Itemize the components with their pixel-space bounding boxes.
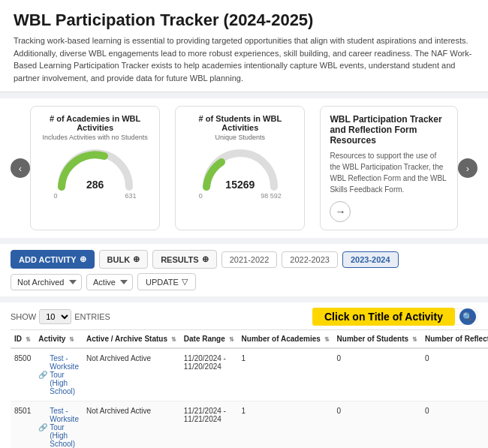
- table-section: SHOW 10 ENTRIES Click on Title of Activi…: [0, 302, 488, 448]
- search-icon: 🔍: [462, 312, 473, 322]
- sort-icon-academies: ⇅: [324, 336, 330, 343]
- col-activity: Activity ⇅: [35, 330, 83, 349]
- show-label: SHOW: [11, 312, 36, 321]
- students-card-subtitle: Unique Students: [215, 134, 266, 141]
- row2-activity-label: Test - Worksite Tour (High School): [50, 407, 79, 448]
- students-gauge-min: 0: [199, 192, 203, 200]
- carousel-next-button[interactable]: ›: [458, 158, 477, 178]
- row1-activity: 🔗 Test - Worksite Tour (High School): [35, 348, 83, 401]
- add-activity-button[interactable]: ADD ACTIVITY ⊕: [11, 250, 95, 269]
- update-label: UPDATE: [146, 278, 179, 287]
- table-header-row: ID ⇅ Activity ⇅ Active / Archive Status …: [11, 330, 488, 349]
- table-controls: SHOW 10 ENTRIES Click on Title of Activi…: [11, 308, 477, 325]
- results-label: RESULTS: [161, 255, 199, 264]
- header-section: WBL Participation Tracker (2024-2025) Tr…: [0, 0, 488, 92]
- academies-gauge-max: 631: [125, 192, 137, 200]
- search-input[interactable]: [312, 308, 477, 325]
- students-stat-card: # of Students in WBL Activities Unique S…: [175, 106, 305, 230]
- row1-status: Not Archived Active: [83, 348, 180, 401]
- show-entries: SHOW 10 ENTRIES: [11, 309, 110, 324]
- row1-activity-label: Test - Worksite Tour (High School): [50, 354, 79, 395]
- row1-date: 11/20/2024 - 11/20/2024: [180, 348, 238, 401]
- row1-students: 0: [333, 348, 421, 401]
- sort-icon-date: ⇅: [229, 336, 234, 343]
- academies-gauge: 286: [54, 146, 137, 191]
- row1-id: 8500: [11, 348, 35, 401]
- cards-section: ‹ # of Academies in WBL Activities Inclu…: [0, 98, 488, 238]
- archive-filter-select[interactable]: Not Archived: [11, 274, 82, 290]
- filter-icon: ▽: [182, 277, 188, 287]
- link-icon: 🔗: [38, 371, 47, 379]
- academies-stat-card: # of Academies in WBL Activities Include…: [30, 106, 160, 230]
- academies-gauge-value: 286: [86, 179, 104, 191]
- col-status: Active / Archive Status ⇅: [83, 330, 180, 349]
- row2-id: 8501: [11, 401, 35, 449]
- row1-reflections: 0: [421, 348, 488, 401]
- search-box-wrapper: Click on Title of Activity 🔍: [312, 308, 477, 325]
- resources-arrow-button[interactable]: →: [330, 201, 351, 222]
- sort-icon-id: ⇅: [26, 336, 31, 343]
- col-date-range: Date Range ⇅: [180, 330, 238, 349]
- academies-gauge-labels: 0 631: [54, 192, 137, 200]
- filter-row: Not Archived Active UPDATE ▽: [11, 273, 477, 290]
- students-gauge-labels: 0 98 592: [199, 192, 282, 200]
- add-activity-label: ADD ACTIVITY: [19, 255, 77, 264]
- sort-icon-activity: ⇅: [69, 336, 74, 343]
- row2-reflections: 0: [421, 401, 488, 449]
- sort-icon-status: ⇅: [171, 336, 176, 343]
- entries-label: ENTRIES: [74, 312, 110, 321]
- resources-card-title: WBL Participation Tracker and Reflection…: [330, 114, 448, 146]
- row1-activity-link[interactable]: 🔗 Test - Worksite Tour (High School): [38, 354, 79, 395]
- table-row: 8501 🔗 Test - Worksite Tour (High School…: [11, 401, 488, 449]
- page-description: Tracking work-based learning is essentia…: [14, 35, 474, 84]
- row2-status: Not Archived Active: [83, 401, 180, 449]
- search-button[interactable]: 🔍: [459, 308, 476, 325]
- update-button[interactable]: UPDATE ▽: [137, 273, 196, 290]
- carousel-prev-button[interactable]: ‹: [11, 158, 30, 178]
- year-2023-2024-button[interactable]: 2023-2024: [342, 251, 399, 268]
- toolbar-buttons-row: ADD ACTIVITY ⊕ BULK ⊕ RESULTS ⊕ 2021-202…: [11, 250, 477, 269]
- bulk-icon: ⊕: [133, 254, 140, 264]
- students-gauge-max: 98 592: [261, 192, 282, 200]
- page-container: WBL Participation Tracker (2024-2025) Tr…: [0, 0, 488, 448]
- col-num-academies: Number of Academies ⇅: [238, 330, 333, 349]
- students-gauge-value: 15269: [225, 179, 255, 191]
- page-title: WBL Participation Tracker (2024-2025): [14, 11, 474, 30]
- students-gauge: 15269: [199, 146, 282, 191]
- status-filter-select[interactable]: Active: [86, 274, 133, 290]
- data-table: ID ⇅ Activity ⇅ Active / Archive Status …: [11, 329, 488, 448]
- academies-card-subtitle: Includes Activities with no Students: [43, 134, 148, 141]
- entries-select[interactable]: 10: [39, 309, 71, 324]
- students-card-title: # of Students in WBL Activities: [186, 114, 294, 132]
- academies-card-title: # of Academies in WBL Activities: [41, 114, 149, 132]
- table-row: 8500 🔗 Test - Worksite Tour (High School…: [11, 348, 488, 401]
- results-icon: ⊕: [202, 254, 209, 264]
- row1-academies: 1: [238, 348, 333, 401]
- bulk-label: BULK: [107, 255, 131, 264]
- toolbar-section: ADD ACTIVITY ⊕ BULK ⊕ RESULTS ⊕ 2021-202…: [0, 244, 488, 296]
- bulk-button[interactable]: BULK ⊕: [99, 250, 149, 269]
- resources-card-description: Resources to support the use of the WBL …: [330, 150, 448, 195]
- row2-students: 0: [333, 401, 421, 449]
- row2-academies: 1: [238, 401, 333, 449]
- col-num-students: Number of Students ⇅: [333, 330, 421, 349]
- col-reflections: Number of Reflections Completed ⇅: [421, 330, 488, 349]
- academies-gauge-min: 0: [54, 192, 58, 200]
- add-icon: ⊕: [80, 254, 86, 264]
- link-icon-2: 🔗: [38, 423, 47, 431]
- cards-inner: # of Academies in WBL Activities Include…: [30, 106, 458, 230]
- resources-card: WBL Participation Tracker and Reflection…: [320, 106, 458, 230]
- results-button[interactable]: RESULTS ⊕: [152, 250, 217, 269]
- sort-icon-students: ⇅: [412, 336, 417, 343]
- year-2022-2023-button[interactable]: 2022-2023: [282, 251, 338, 268]
- row2-activity: 🔗 Test - Worksite Tour (High School): [35, 401, 83, 449]
- row2-activity-link[interactable]: 🔗 Test - Worksite Tour (High School): [38, 407, 79, 448]
- row2-date: 11/21/2024 - 11/21/2024: [180, 401, 238, 449]
- year-2021-2022-button[interactable]: 2021-2022: [221, 251, 278, 268]
- col-id: ID ⇅: [11, 330, 35, 349]
